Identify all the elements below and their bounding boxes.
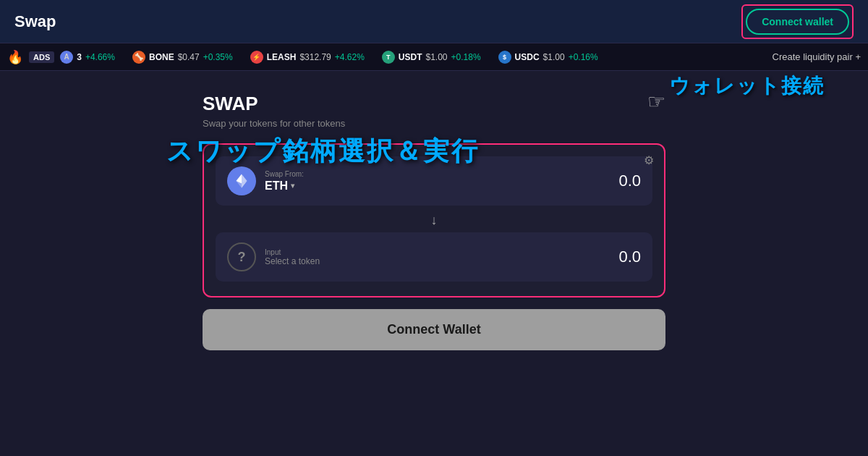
connect-wallet-main-button[interactable]: Connect Wallet	[203, 309, 665, 350]
usdt-price: $1.00	[426, 52, 448, 62]
select-token-placeholder[interactable]: Select a token	[265, 256, 320, 266]
connect-wallet-button[interactable]: Connect wallet	[746, 9, 849, 35]
from-token-label: Swap From:	[265, 170, 304, 178]
svg-marker-1	[236, 174, 242, 183]
leash-price: $312.79	[299, 52, 331, 62]
swap-panel: SWAP Swap your tokens for other tokens ☞…	[203, 93, 665, 350]
from-token-name[interactable]: ETH ▾	[265, 180, 304, 193]
annotation-swap-jp: スワップ銘柄選択＆実行	[166, 134, 480, 169]
leash-change: +4.62%	[335, 52, 365, 62]
to-token-row[interactable]: ? Input Select a token 0.0	[216, 232, 652, 282]
to-token-label: Input	[265, 248, 320, 256]
fire-icon: 🔥	[7, 49, 23, 65]
usdc-icon: $	[498, 51, 511, 64]
annotation-wallet-jp: ウォレット接続	[669, 72, 825, 100]
usdc-name: USDC	[515, 52, 540, 62]
leash-icon: ⚡	[250, 51, 263, 64]
ticker-item: T USDT $1.00 +0.18%	[382, 51, 481, 64]
bone-icon: 🦴	[132, 51, 145, 64]
usdc-price: $1.00	[543, 52, 565, 62]
ads-icon: A	[60, 51, 73, 64]
create-liquidity-link[interactable]: Create liquidity pair +	[773, 51, 861, 62]
eth-token-icon	[227, 166, 256, 195]
main-content: SWAP Swap your tokens for other tokens ☞…	[0, 71, 868, 365]
from-token-amount[interactable]: 0.0	[312, 172, 641, 190]
connect-wallet-wrapper: Connect wallet	[741, 4, 854, 39]
to-token-selector[interactable]: Input Select a token	[265, 248, 320, 266]
swap-direction-arrow[interactable]: ↓	[216, 208, 652, 232]
ticker-item: A 3 +4.66%	[60, 51, 115, 64]
ticker-bar: 🔥 ADS A 3 +4.66% 🦴 BONE $0.47 +0.35% ⚡ L…	[0, 43, 868, 71]
bone-name: BONE	[149, 52, 174, 62]
ticker-item: ⚡ LEASH $312.79 +4.62%	[250, 51, 365, 64]
ads-change: +4.66%	[85, 52, 115, 62]
ticker-item: 🦴 BONE $0.47 +0.35%	[132, 51, 233, 64]
usdt-icon: T	[382, 51, 395, 64]
bone-price: $0.47	[178, 52, 200, 62]
ticker-scroll: A 3 +4.66% 🦴 BONE $0.47 +0.35% ⚡ LEASH $…	[60, 51, 760, 64]
chevron-down-icon: ▾	[291, 182, 294, 190]
usdt-change: +0.18%	[451, 52, 481, 62]
bone-change: +0.35%	[203, 52, 233, 62]
header: Swap Connect wallet	[0, 0, 868, 43]
swap-title: SWAP	[203, 93, 345, 115]
ticker-item: $ USDC $1.00 +0.16%	[498, 51, 598, 64]
to-token-amount[interactable]: 0.0	[328, 248, 641, 266]
usdt-name: USDT	[399, 52, 422, 62]
svg-marker-0	[242, 174, 247, 183]
from-token-selector[interactable]: Swap From: ETH ▾	[265, 170, 304, 193]
swap-subtitle: Swap your tokens for other tokens	[203, 118, 345, 129]
unknown-token-icon: ?	[227, 242, 256, 271]
ads-badge: ADS	[29, 51, 54, 63]
logo: Swap	[14, 12, 56, 31]
leash-name: LEASH	[267, 52, 297, 62]
hand-icon: ☞	[647, 90, 665, 114]
usdc-change: +0.16%	[569, 52, 598, 62]
settings-icon[interactable]: ⚙	[644, 153, 654, 167]
ads-name: 3	[77, 52, 82, 62]
